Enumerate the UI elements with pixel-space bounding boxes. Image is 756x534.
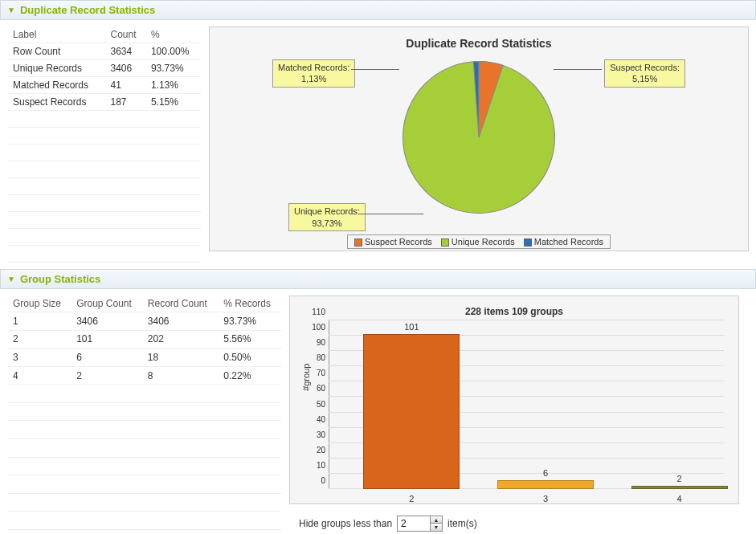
group-stats-title: Group Statistics bbox=[20, 273, 100, 285]
table-row[interactable]: Unique Records 3406 93.73% bbox=[8, 60, 201, 77]
duplicate-stats-body: Label Count % Row Count 3634 100.00% Uni… bbox=[0, 20, 756, 269]
table-row[interactable]: Suspect Records 187 5.15% bbox=[8, 94, 201, 111]
spinner-up-icon[interactable]: ▲ bbox=[431, 516, 442, 524]
group-stats-table: Group Size Group Count Record Count % Re… bbox=[8, 296, 281, 530]
hide-groups-spinner[interactable]: ▲ ▼ bbox=[397, 516, 443, 532]
pie-chart-container: Duplicate Record Statistics Matched Reco… bbox=[209, 26, 749, 251]
group-stats-body: Group Size Group Count Record Count % Re… bbox=[0, 289, 756, 534]
table-row[interactable]: Matched Records 41 1.13% bbox=[8, 77, 201, 94]
hide-groups-control: Hide groups less than ▲ ▼ item(s) bbox=[289, 511, 756, 534]
bar-chart-container: 228 items 109 groups #group 010203040506… bbox=[289, 296, 739, 504]
spinner-down-icon[interactable]: ▼ bbox=[431, 524, 442, 531]
swatch-suspect bbox=[354, 238, 362, 247]
group-stats-header[interactable]: ▼ Group Statistics bbox=[0, 269, 756, 289]
col-pct-records: % Records bbox=[219, 296, 281, 312]
chevron-down-icon: ▼ bbox=[7, 275, 15, 283]
hide-groups-label-pre: Hide groups less than bbox=[299, 518, 392, 529]
table-row[interactable]: 4 2 8 0.22% bbox=[8, 366, 281, 385]
col-record-count: Record Count bbox=[143, 296, 219, 312]
pie-legend: Suspect Records Unique Records Matched R… bbox=[347, 234, 611, 249]
callout-suspect: Suspect Records:5,15% bbox=[604, 59, 685, 88]
pie-chart-title: Duplicate Record Statistics bbox=[216, 34, 742, 53]
bar-3: 6 bbox=[497, 480, 594, 489]
duplicate-stats-table: Label Count % Row Count 3634 100.00% Uni… bbox=[8, 26, 201, 263]
col-label: Label bbox=[8, 26, 106, 43]
callout-matched: Matched Records:1,13% bbox=[272, 59, 355, 88]
callout-unique: Unique Records:93,73% bbox=[288, 203, 366, 231]
bar-2: 101 bbox=[363, 334, 460, 489]
hide-groups-label-post: item(s) bbox=[447, 518, 477, 529]
col-group-count: Group Count bbox=[72, 296, 143, 312]
table-row[interactable]: Row Count 3634 100.00% bbox=[8, 43, 201, 60]
bar-4: 2 bbox=[631, 486, 728, 489]
chevron-down-icon: ▼ bbox=[7, 6, 15, 14]
swatch-unique bbox=[441, 238, 449, 247]
hide-groups-input[interactable] bbox=[398, 516, 430, 531]
duplicate-stats-header[interactable]: ▼ Duplicate Record Statistics bbox=[0, 0, 756, 20]
col-count: Count bbox=[106, 26, 146, 43]
table-row[interactable]: 1 3406 3406 93.73% bbox=[8, 312, 281, 331]
swatch-matched bbox=[524, 238, 532, 247]
table-row[interactable]: 2 101 202 5.56% bbox=[8, 330, 281, 349]
col-group-size: Group Size bbox=[8, 296, 72, 312]
table-row[interactable]: 3 6 18 0.50% bbox=[8, 349, 281, 367]
bar-chart: #group 010203040506070809010011010126324 bbox=[329, 320, 724, 489]
pie-chart bbox=[374, 53, 583, 222]
col-pct: % bbox=[146, 26, 201, 43]
bar-chart-title: 228 items 109 groups bbox=[296, 303, 732, 320]
duplicate-stats-title: Duplicate Record Statistics bbox=[20, 4, 155, 16]
